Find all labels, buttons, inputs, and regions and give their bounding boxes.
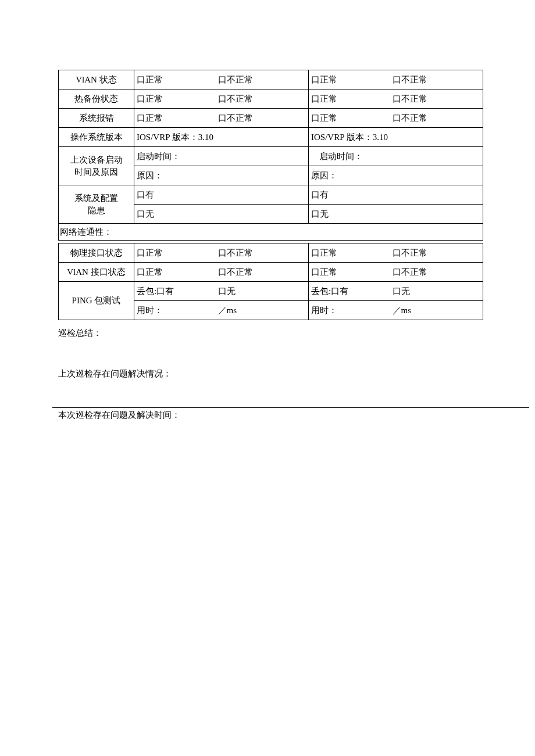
cell-risk-a-have[interactable]: 口有: [134, 185, 309, 205]
label-phy-if: 物理接口状态: [59, 243, 134, 263]
label-vlan-state: VlAN 状态: [59, 70, 134, 89]
cell-phy-b-abnormal[interactable]: 口不正常: [390, 243, 483, 263]
cell-time-b-unit: ／ms: [390, 301, 483, 320]
row-sys-error: 系统报错 口正常 口不正常 口正常 口不正常: [59, 109, 483, 128]
label-ping: PING 包测试: [59, 282, 134, 320]
row-vlan-state: VlAN 状态 口正常 口不正常 口正常 口不正常: [59, 70, 483, 89]
cell-hb-a-abnormal[interactable]: 口不正常: [216, 89, 309, 109]
cell-os-b: IOS/VRP 版本：3.10: [309, 128, 483, 147]
this-issues-block[interactable]: 本次巡检存在问题及解决时间：: [58, 408, 477, 449]
row-ping-drop: PING 包测试 丢包:口有 口无 丢包:口有 口无: [59, 282, 483, 301]
cell-se-b-normal[interactable]: 口正常: [309, 109, 390, 128]
cell-drop-a-none[interactable]: 口无: [216, 282, 309, 301]
cell-reason-b[interactable]: 原因：: [309, 166, 483, 185]
row-hot-backup: 热备份状态 口正常 口不正常 口正常 口不正常: [59, 89, 483, 109]
cell-time-a-unit: ／ms: [216, 301, 309, 320]
label-last-boot: 上次设备启动 时间及原因: [59, 147, 134, 185]
label-sys-error: 系统报错: [59, 109, 134, 128]
label-os-version: 操作系统版本: [59, 128, 134, 147]
label-this-issues: 本次巡检存在问题及解决时间：: [58, 410, 180, 420]
label-last-issues: 上次巡检存在问题解决情况：: [58, 369, 172, 378]
cell-phy-b-normal[interactable]: 口正常: [309, 243, 390, 263]
cell-vlan-a-abnormal[interactable]: 口不正常: [216, 70, 309, 89]
inspection-table-2: 物理接口状态 口正常 口不正常 口正常 口不正常 VlAN 接口状态 口正常 口…: [58, 243, 483, 320]
cell-boot-time-b[interactable]: 启动时间：: [309, 147, 483, 166]
cell-vlan-b-abnormal[interactable]: 口不正常: [390, 70, 483, 89]
cell-vlan-b-normal[interactable]: 口正常: [309, 70, 390, 89]
row-os-version: 操作系统版本 IOS/VRP 版本：3.10 IOS/VRP 版本：3.10: [59, 128, 483, 147]
cell-drop-b-none[interactable]: 口无: [390, 282, 483, 301]
cell-phy-a-normal[interactable]: 口正常: [134, 243, 216, 263]
summary-block[interactable]: 巡检总结：: [58, 326, 477, 367]
row-sys-conf-have: 系统及配置 隐患 口有 口有: [59, 185, 483, 205]
cell-time-a-label[interactable]: 用时：: [134, 301, 216, 320]
row-vlan-if: VlAN 接口状态 口正常 口不正常 口正常 口不正常: [59, 263, 483, 282]
cell-risk-b-have[interactable]: 口有: [309, 185, 483, 205]
cell-time-b-label[interactable]: 用时：: [309, 301, 390, 320]
label-summary: 巡检总结：: [58, 328, 102, 338]
label-sys-conf-risk: 系统及配置 隐患: [59, 185, 134, 224]
row-net-conn: 网络连通性：: [59, 224, 483, 241]
cell-hb-a-normal[interactable]: 口正常: [134, 89, 216, 109]
cell-vif-a-abnormal[interactable]: 口不正常: [216, 263, 309, 282]
cell-vif-b-abnormal[interactable]: 口不正常: [390, 263, 483, 282]
last-issues-block[interactable]: 上次巡检存在问题解决情况：: [58, 367, 477, 407]
cell-hb-b-normal[interactable]: 口正常: [309, 89, 390, 109]
cell-phy-a-abnormal[interactable]: 口不正常: [216, 243, 309, 263]
cell-se-b-abnormal[interactable]: 口不正常: [390, 109, 483, 128]
cell-os-a: IOS/VRP 版本：3.10: [134, 128, 309, 147]
label-vlan-if: VlAN 接口状态: [59, 263, 134, 282]
label-hot-backup: 热备份状态: [59, 89, 134, 109]
cell-se-a-abnormal[interactable]: 口不正常: [216, 109, 309, 128]
cell-risk-b-none[interactable]: 口无: [309, 205, 483, 224]
cell-hb-b-abnormal[interactable]: 口不正常: [390, 89, 483, 109]
cell-boot-time-a[interactable]: 启动时间：: [134, 147, 309, 166]
row-last-boot-time: 上次设备启动 时间及原因 启动时间： 启动时间：: [59, 147, 483, 166]
cell-risk-a-none[interactable]: 口无: [134, 205, 309, 224]
cell-drop-a-have[interactable]: 丢包:口有: [134, 282, 216, 301]
cell-se-a-normal[interactable]: 口正常: [134, 109, 216, 128]
inspection-table-1: VlAN 状态 口正常 口不正常 口正常 口不正常 热备份状态 口正常 口不正常…: [58, 70, 483, 241]
cell-vlan-a-normal[interactable]: 口正常: [134, 70, 216, 89]
cell-drop-b-have[interactable]: 丢包:口有: [309, 282, 390, 301]
label-net-conn: 网络连通性：: [59, 224, 483, 241]
cell-vif-a-normal[interactable]: 口正常: [134, 263, 216, 282]
cell-vif-b-normal[interactable]: 口正常: [309, 263, 390, 282]
row-phy-if: 物理接口状态 口正常 口不正常 口正常 口不正常: [59, 243, 483, 263]
cell-reason-a[interactable]: 原因：: [134, 166, 309, 185]
